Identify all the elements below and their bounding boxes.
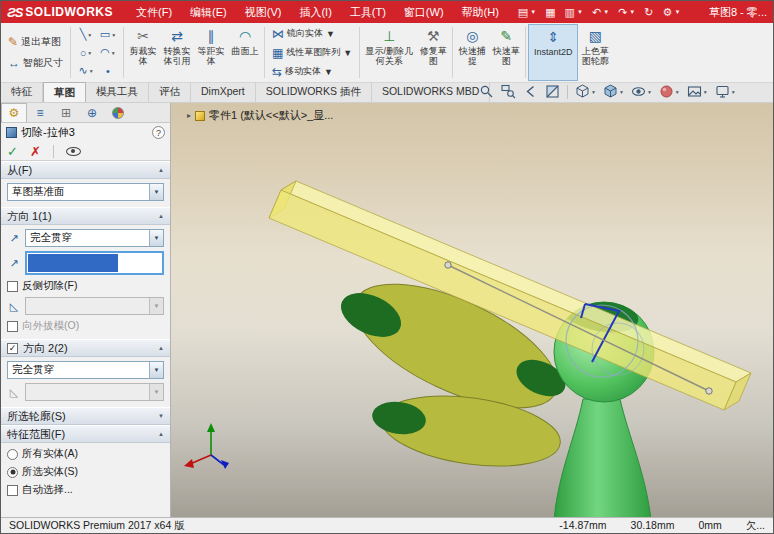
tab-solidworks-mbd[interactable]: SOLIDWORKS MBD — [372, 82, 490, 102]
dimxpert-manager-icon: ⊕ — [87, 107, 97, 119]
spline-icon: ∿ — [78, 64, 87, 77]
dropdown-icon: ▼ — [149, 230, 163, 246]
rapid-sketch-button[interactable]: ✎ 快速草图 — [489, 24, 523, 81]
dropdown-icon: ▼ — [577, 9, 583, 15]
save-button[interactable]: ▦ — [545, 6, 555, 19]
tab-solidworks-addins[interactable]: SOLIDWORKS 插件 — [256, 82, 372, 102]
property-manager-tab[interactable]: ⚙ — [1, 103, 27, 122]
feature-manager-tab[interactable]: ≡ — [27, 103, 53, 122]
trim-entities-button[interactable]: ✂ 剪裁实体 — [126, 24, 160, 81]
from-section-header[interactable]: 从(F) ▲ — [1, 161, 170, 179]
instant2d-icon: ⇕ — [547, 30, 559, 44]
heads-up-view-toolbar: ▼ ▼ ▼ ▼ ▼ ▼ — [479, 84, 736, 99]
tab-sketch[interactable]: 草图 — [43, 82, 86, 102]
draft-icon[interactable]: ◺ — [7, 300, 21, 313]
direction2-checkbox[interactable]: ✓ — [7, 343, 18, 354]
start-condition-select[interactable]: 草图基准面 ▼ — [7, 183, 164, 201]
orientation-triad-icon[interactable] — [184, 423, 229, 469]
ok-button[interactable]: ✓ — [7, 144, 18, 159]
selected-contours-section-header[interactable]: 所选轮廓(S) ▼ — [1, 407, 170, 425]
menu-file[interactable]: 文件(F) — [127, 2, 181, 23]
new-document-button[interactable]: ▤▼ — [518, 6, 536, 19]
print-icon: ▥ — [565, 6, 575, 19]
arc-tool-button[interactable]: ◠▼ — [97, 44, 119, 62]
view-orientation-button[interactable]: ▼ — [575, 84, 596, 99]
display-manager-tab[interactable] — [105, 103, 131, 122]
preview-eye-icon[interactable] — [66, 147, 81, 156]
display-style-button[interactable]: ▼ — [603, 84, 624, 99]
direction-arrow-icon[interactable]: ↗ — [7, 232, 21, 245]
circle-tool-button[interactable]: ○▼ — [75, 44, 97, 62]
dropdown-icon: ▼ — [149, 384, 163, 400]
tab-features[interactable]: 特征 — [1, 82, 43, 102]
quick-snaps-button[interactable]: ◎ 快速捕捉 — [455, 24, 489, 81]
options-button[interactable]: ⚙▼ — [663, 6, 681, 19]
zoom-area-button[interactable] — [501, 84, 516, 99]
print-button[interactable]: ▥▼ — [565, 6, 583, 19]
feature-scope-section-header[interactable]: 特征范围(F) ▲ — [1, 425, 170, 443]
graphics-viewport[interactable]: ▸ 零件1 (默认<<默认>_显... — [171, 103, 773, 517]
cancel-button[interactable]: ✗ — [30, 144, 41, 159]
model-body[interactable] — [554, 399, 651, 517]
section-view-icon — [545, 84, 560, 99]
dir2-end-condition-select[interactable]: 完全贯穿 ▼ — [7, 361, 164, 379]
tab-evaluate[interactable]: 评估 — [149, 82, 191, 102]
direction2-section-header[interactable]: ✓ 方向 2(2) ▲ — [1, 339, 170, 357]
flip-side-checkbox[interactable] — [7, 281, 18, 292]
ribbon-separator — [525, 27, 526, 78]
cut-extrude-icon — [6, 127, 17, 138]
dropdown-icon: ▼ — [149, 362, 163, 378]
surface-offset-button[interactable]: ◠ 曲面上 — [228, 24, 262, 81]
line-tool-button[interactable]: ╲▼ — [75, 26, 97, 44]
move-entities-button[interactable]: ⇆ 移动实体▼ — [270, 63, 354, 80]
tab-dimxpert[interactable]: DimXpert — [191, 82, 256, 102]
direction1-section-header[interactable]: 方向 1(1) ▲ — [1, 207, 170, 225]
exit-sketch-button[interactable]: ✎ 退出草图 — [6, 33, 65, 51]
dimxpert-manager-tab[interactable]: ⊕ — [79, 103, 105, 122]
view-settings-button[interactable]: ▼ — [715, 84, 736, 99]
redo-button[interactable]: ↷▼ — [618, 6, 635, 19]
mirror-entities-button[interactable]: ⋈ 镜向实体▼ — [270, 25, 354, 42]
menu-view[interactable]: 视图(V) — [236, 2, 291, 23]
spline-tool-button[interactable]: ∿▼ — [75, 62, 97, 80]
rebuild-button[interactable]: ↻ — [644, 6, 653, 19]
convert-entities-button[interactable]: ⇄ 转换实体引用 — [160, 24, 194, 81]
edit-appearance-button[interactable]: ▼ — [659, 84, 680, 99]
menu-insert[interactable]: 插入(I) — [290, 2, 340, 23]
all-bodies-radio[interactable] — [7, 449, 18, 460]
linear-pattern-button[interactable]: ▦ 线性草图阵列▼ — [270, 44, 354, 61]
dir1-end-condition-select[interactable]: 完全贯穿 ▼ — [25, 229, 164, 247]
tab-mold-tools[interactable]: 模具工具 — [86, 82, 149, 102]
menu-tools[interactable]: 工具(T) — [341, 2, 395, 23]
menu-window[interactable]: 窗口(W) — [395, 2, 453, 23]
direction-reference-box[interactable] — [25, 251, 164, 275]
point-tool-button[interactable]: • — [97, 62, 119, 80]
sketch-endpoint — [706, 388, 712, 394]
zoom-fit-button[interactable] — [479, 84, 494, 99]
menu-help[interactable]: 帮助(H) — [453, 2, 508, 23]
menu-edit[interactable]: 编辑(E) — [181, 2, 236, 23]
previous-view-button[interactable] — [523, 84, 538, 99]
selected-bodies-radio[interactable] — [7, 467, 18, 478]
help-icon[interactable]: ? — [152, 126, 165, 139]
display-delete-relations-button[interactable]: ⊥ 显示/删除几何关系 — [362, 24, 416, 81]
auto-select-checkbox[interactable] — [7, 485, 18, 496]
smart-dimension-button[interactable]: ↔ 智能尺寸 — [6, 54, 65, 72]
breadcrumb[interactable]: 零件1 (默认<<默认>_显... — [209, 108, 333, 123]
instant2d-button[interactable]: ⇕ Instant2D — [528, 24, 578, 81]
section-view-button[interactable] — [545, 84, 560, 99]
document-title: 草图8 - 零... — [709, 5, 767, 20]
command-manager-tabs: 特征 草图 模具工具 评估 DimXpert SOLIDWORKS 插件 SOL… — [1, 83, 773, 103]
hide-show-items-button[interactable]: ▼ — [631, 84, 652, 99]
feature-tree-flyout[interactable]: ▸ 零件1 (默认<<默认>_显... — [187, 108, 333, 123]
circle-icon: ○ — [80, 47, 87, 59]
dropdown-icon: ▼ — [149, 184, 163, 200]
apply-scene-button[interactable]: ▼ — [687, 84, 708, 99]
repair-sketch-button[interactable]: ⚒ 修复草图 — [416, 24, 450, 81]
point-icon: • — [106, 65, 110, 77]
rectangle-tool-button[interactable]: ▭▼ — [97, 26, 119, 44]
undo-button[interactable]: ↶▼ — [592, 6, 609, 19]
shaded-sketch-contours-button[interactable]: ▧ 上色草图轮廓 — [578, 24, 612, 81]
offset-entities-button[interactable]: ∥ 等距实体 — [194, 24, 228, 81]
configurations-tab[interactable]: ⊞ — [53, 103, 79, 122]
